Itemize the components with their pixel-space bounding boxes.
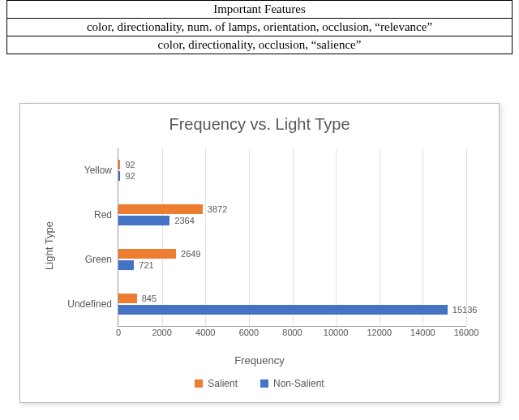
bar-value-label: 721 [139, 260, 153, 270]
legend: Salient Non-Salient [20, 366, 499, 402]
bar-value-label: 2649 [181, 249, 200, 259]
x-tick: 6000 [239, 328, 259, 337]
x-tick: 0 [116, 328, 121, 337]
bar-salient [118, 204, 203, 214]
category-label: Undefined [67, 298, 118, 310]
bar-value-label: 15136 [453, 305, 478, 315]
gridline [466, 148, 467, 326]
category-label: Red [94, 209, 118, 221]
legend-item-salient: Salient [195, 378, 238, 389]
category-group: Yellow9292 [118, 148, 466, 193]
plot-zone: Light Type 02000400060008000100001200014… [69, 140, 474, 351]
bar-nonsalient [118, 305, 448, 315]
category-label: Yellow [84, 165, 118, 176]
bar-salient [118, 249, 176, 259]
legend-item-nonsalient: Non-Salient [260, 378, 324, 389]
y-axis-label: Light Type [43, 221, 55, 270]
plot-area: 0200040006000800010000120001400016000 Ye… [118, 148, 466, 327]
x-axis-ticks: 0200040006000800010000120001400016000 [118, 328, 466, 341]
x-tick: 8000 [282, 328, 302, 337]
x-tick: 10000 [324, 328, 349, 337]
category-group: Green2649721 [118, 238, 466, 282]
bar-nonsalient [118, 260, 134, 270]
table-header: Important Features [7, 1, 513, 19]
bar-value-label: 3872 [208, 204, 227, 214]
chart-title: Frequency vs. Light Type [20, 104, 499, 140]
category-group: Red38722364 [118, 193, 466, 238]
table-row: color, directionality, num. of lamps, or… [7, 19, 513, 36]
bar-nonsalient [118, 216, 169, 225]
x-tick: 14000 [410, 328, 435, 337]
bar-salient [118, 294, 137, 303]
x-tick: 4000 [195, 328, 215, 337]
table-row: color, directionality, occlusion, “salie… [7, 36, 513, 54]
legend-label: Non-Salient [273, 378, 324, 389]
bar-value-label: 92 [125, 160, 135, 169]
chart-card: Frequency vs. Light Type Light Type 0200… [19, 103, 500, 403]
features-table: Important Features color, directionality… [0, 0, 519, 54]
category-group: Undefined84515136 [118, 281, 466, 326]
legend-swatch-nonsalient [260, 379, 268, 388]
bar-value-label: 845 [142, 294, 157, 303]
x-tick: 16000 [454, 328, 479, 337]
legend-swatch-salient [195, 379, 203, 388]
bar-value-label: 92 [125, 171, 135, 181]
legend-label: Salient [208, 378, 238, 389]
x-tick: 12000 [367, 328, 392, 337]
bar-nonsalient [118, 171, 120, 181]
category-label: Green [85, 254, 118, 265]
bar-value-label: 2364 [174, 216, 194, 225]
bar-salient [118, 160, 120, 169]
x-axis-label: Frequency [20, 354, 499, 366]
x-tick: 2000 [152, 328, 171, 337]
